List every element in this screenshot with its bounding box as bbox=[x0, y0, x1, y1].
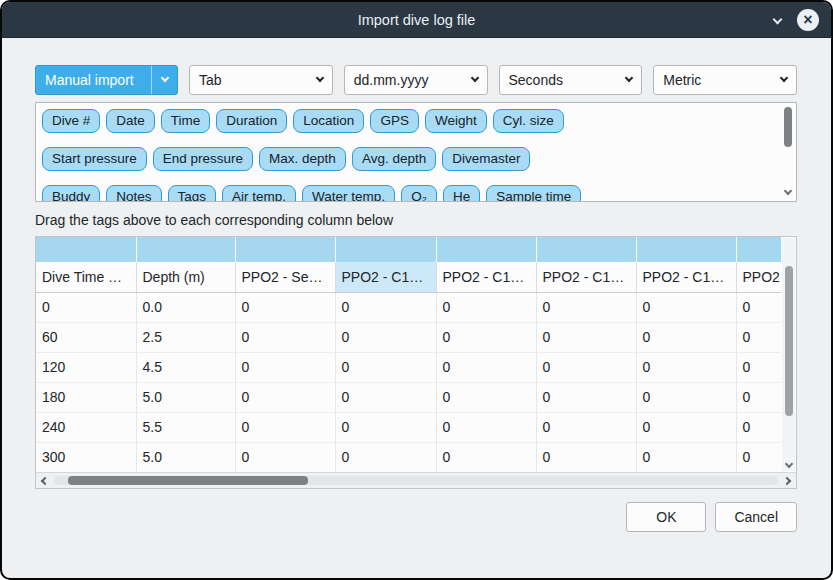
table-row[interactable]: 2405.5000000 bbox=[36, 412, 781, 442]
table-vertical-scrollbar[interactable] bbox=[782, 238, 795, 471]
cell[interactable]: 180 bbox=[36, 382, 136, 412]
cell[interactable]: 0 bbox=[536, 322, 636, 352]
drag-tag[interactable]: Water temp. bbox=[302, 185, 395, 201]
date-format-select[interactable]: dd.mm.yyyy bbox=[344, 65, 488, 95]
scrollbar-track[interactable] bbox=[54, 476, 778, 485]
window-menu-button[interactable] bbox=[774, 16, 781, 23]
cell[interactable]: 5.0 bbox=[136, 442, 235, 472]
table-row[interactable]: 602.5000000 bbox=[36, 322, 781, 352]
cell[interactable]: 0 bbox=[536, 352, 636, 382]
cell[interactable]: 0 bbox=[235, 352, 335, 382]
cell[interactable]: 0 bbox=[335, 442, 436, 472]
drag-tag[interactable]: Buddy bbox=[42, 185, 100, 201]
column-header[interactable]: PPO2 - C1… bbox=[335, 262, 436, 292]
drag-tag[interactable]: Sample time bbox=[486, 185, 581, 201]
column-header[interactable]: PPO2 - C1… bbox=[636, 262, 736, 292]
column-header[interactable]: PPO2 - Se… bbox=[235, 262, 335, 292]
drag-tag[interactable]: Air temp. bbox=[222, 185, 296, 201]
cell[interactable]: 60 bbox=[36, 322, 136, 352]
scrollbar-thumb[interactable] bbox=[785, 266, 793, 416]
cell[interactable]: 300 bbox=[36, 442, 136, 472]
column-header[interactable]: PPO2 - C1… bbox=[436, 262, 536, 292]
scroll-left-icon[interactable] bbox=[41, 476, 49, 484]
drop-target-cell[interactable] bbox=[335, 237, 436, 262]
drag-tag[interactable]: Tags bbox=[168, 185, 217, 201]
cell[interactable]: 0 bbox=[636, 412, 736, 442]
drag-tag[interactable]: Date bbox=[106, 109, 155, 133]
cell[interactable]: 0 bbox=[536, 292, 636, 322]
cell[interactable]: 0 bbox=[335, 412, 436, 442]
drag-tag[interactable]: Location bbox=[293, 109, 364, 133]
drag-tag[interactable]: GPS bbox=[370, 109, 419, 133]
scroll-right-icon[interactable] bbox=[783, 476, 791, 484]
cell[interactable]: 240 bbox=[36, 412, 136, 442]
cell[interactable]: 0 bbox=[536, 412, 636, 442]
drag-tag[interactable]: Avg. depth bbox=[352, 147, 436, 171]
drop-target-cell[interactable] bbox=[536, 237, 636, 262]
cell[interactable]: 0 bbox=[335, 382, 436, 412]
cell[interactable]: 0 bbox=[636, 352, 736, 382]
cell[interactable]: 0 bbox=[235, 442, 335, 472]
cell[interactable]: 0 bbox=[736, 382, 781, 412]
cell[interactable]: 0 bbox=[235, 322, 335, 352]
column-header[interactable]: Dive Time … bbox=[36, 262, 136, 292]
cell[interactable]: 120 bbox=[36, 352, 136, 382]
column-header[interactable]: PPO2 - C1… bbox=[536, 262, 636, 292]
column-header[interactable]: Depth (m) bbox=[136, 262, 235, 292]
cell[interactable]: 0 bbox=[235, 292, 335, 322]
field-separator-select[interactable]: Tab bbox=[189, 65, 333, 95]
table-row[interactable]: 1805.0000000 bbox=[36, 382, 781, 412]
time-format-select[interactable]: Seconds bbox=[499, 65, 643, 95]
cell[interactable]: 0 bbox=[436, 352, 536, 382]
tag-area-scrollbar[interactable] bbox=[781, 105, 794, 199]
cell[interactable]: 0 bbox=[235, 412, 335, 442]
cell[interactable]: 0 bbox=[335, 292, 436, 322]
cell[interactable]: 5.0 bbox=[136, 382, 235, 412]
drop-target-cell[interactable] bbox=[136, 237, 235, 262]
cell[interactable]: 0 bbox=[736, 412, 781, 442]
cell[interactable]: 0 bbox=[335, 322, 436, 352]
drop-target-cell[interactable] bbox=[736, 237, 781, 262]
drag-tag[interactable]: Cyl. size bbox=[493, 109, 564, 133]
cell[interactable]: 0 bbox=[436, 382, 536, 412]
cell[interactable]: 0 bbox=[36, 292, 136, 322]
cell[interactable]: 0 bbox=[436, 442, 536, 472]
drag-tag[interactable]: Max. depth bbox=[259, 147, 346, 171]
cancel-button[interactable]: Cancel bbox=[715, 502, 797, 532]
cell[interactable]: 0 bbox=[436, 322, 536, 352]
cell[interactable]: 0 bbox=[636, 292, 736, 322]
titlebar[interactable]: Import dive log file × bbox=[2, 2, 831, 38]
scroll-down-icon[interactable] bbox=[784, 460, 792, 468]
table-row[interactable]: 00.0000000 bbox=[36, 292, 781, 322]
window-close-button[interactable]: × bbox=[797, 9, 819, 31]
cell[interactable]: 0 bbox=[736, 322, 781, 352]
drag-tag[interactable]: End pressure bbox=[153, 147, 253, 171]
cell[interactable]: 0 bbox=[235, 382, 335, 412]
cell[interactable]: 0 bbox=[736, 352, 781, 382]
cell[interactable]: 0 bbox=[436, 412, 536, 442]
cell[interactable]: 0 bbox=[736, 292, 781, 322]
cell[interactable]: 0 bbox=[636, 382, 736, 412]
scrollbar-thumb[interactable] bbox=[68, 476, 308, 485]
drag-tag[interactable]: Notes bbox=[106, 185, 161, 201]
ok-button[interactable]: OK bbox=[626, 502, 706, 532]
scroll-down-icon[interactable] bbox=[783, 187, 791, 195]
cell[interactable]: 0 bbox=[536, 442, 636, 472]
drag-tag[interactable]: Divemaster bbox=[442, 147, 530, 171]
drag-tag[interactable]: Start pressure bbox=[42, 147, 147, 171]
drag-tag[interactable]: Dive # bbox=[42, 109, 100, 133]
drag-tag[interactable]: Weight bbox=[425, 109, 487, 133]
cell[interactable]: 0 bbox=[436, 292, 536, 322]
cell[interactable]: 2.5 bbox=[136, 322, 235, 352]
drop-target-cell[interactable] bbox=[636, 237, 736, 262]
cell[interactable]: 0 bbox=[736, 442, 781, 472]
column-header[interactable]: PPO2 bbox=[736, 262, 781, 292]
drag-tag[interactable]: Duration bbox=[216, 109, 287, 133]
drop-target-cell[interactable] bbox=[36, 237, 136, 262]
drag-tag[interactable]: Time bbox=[161, 109, 211, 133]
cell[interactable]: 0 bbox=[636, 442, 736, 472]
cell[interactable]: 0 bbox=[636, 322, 736, 352]
table-row[interactable]: 3005.0000000 bbox=[36, 442, 781, 472]
table-row[interactable]: 1204.5000000 bbox=[36, 352, 781, 382]
drag-tag[interactable]: He bbox=[443, 185, 480, 201]
